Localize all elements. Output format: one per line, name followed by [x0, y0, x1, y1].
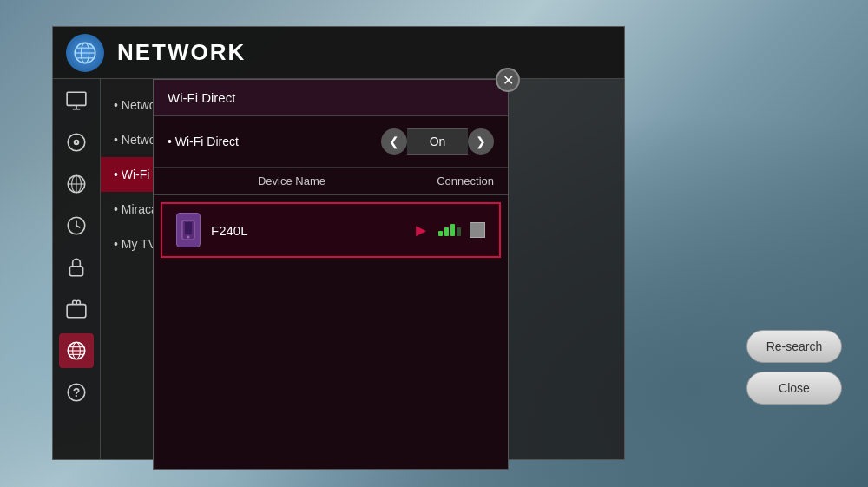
- sidebar-icon-help[interactable]: ?: [59, 375, 94, 410]
- modal-close-button[interactable]: ✕: [496, 68, 520, 92]
- signal-bar-3: [450, 224, 455, 236]
- sidebar-icon-clock[interactable]: [59, 208, 94, 243]
- svg-rect-5: [67, 92, 86, 105]
- sidebar-icon-network[interactable]: [59, 333, 94, 368]
- svg-rect-18: [69, 267, 82, 276]
- sidebar-icon-satellite[interactable]: [59, 167, 94, 201]
- sidebar-icon-monitor[interactable]: [59, 83, 94, 118]
- main-panel: NETWORK: [52, 26, 625, 460]
- action-panel: Re-search Close: [746, 52, 842, 405]
- device-name-label: F240L: [211, 223, 412, 238]
- connection-indicator: [470, 222, 485, 238]
- svg-point-29: [187, 236, 190, 239]
- modal-body: Wi-Fi Direct ❮ On ❯ Device Name Connecti…: [154, 116, 508, 258]
- wifi-direct-toggle[interactable]: ❮ On ❯: [381, 128, 494, 155]
- research-button[interactable]: Re-search: [746, 330, 842, 363]
- signal-bar-2: [444, 227, 449, 236]
- sidebar-icon-lock[interactable]: [59, 250, 94, 285]
- svg-text:?: ?: [73, 385, 81, 399]
- sidebar-icons: ?: [53, 79, 101, 459]
- network-header-icon: [66, 34, 104, 72]
- svg-rect-28: [185, 222, 192, 234]
- svg-line-17: [76, 226, 80, 227]
- wifi-direct-modal: ✕ Wi-Fi Direct Wi-Fi Direct ❮ On ❯ Devic…: [153, 79, 509, 470]
- header: NETWORK: [53, 27, 624, 79]
- wifi-direct-toggle-row: Wi-Fi Direct ❮ On ❯: [154, 116, 508, 168]
- toggle-left-button[interactable]: ❮: [381, 128, 407, 155]
- toggle-value: On: [407, 128, 468, 155]
- device-table-header: Device Name Connection: [154, 168, 508, 195]
- sidebar-icon-music[interactable]: [59, 125, 94, 160]
- page-title: NETWORK: [117, 39, 246, 66]
- sidebar-icon-briefcase[interactable]: [59, 292, 94, 326]
- modal-title: Wi-Fi Direct: [154, 80, 508, 116]
- close-button[interactable]: Close: [746, 372, 842, 405]
- signal-bars: [438, 224, 461, 236]
- col-header-connection: Connection: [416, 174, 494, 188]
- toggle-right-button[interactable]: ❯: [468, 128, 494, 155]
- svg-point-10: [76, 141, 77, 143]
- cursor-arrow-icon: ►: [412, 220, 430, 240]
- wifi-direct-label: Wi-Fi Direct: [168, 135, 381, 148]
- svg-rect-19: [67, 305, 86, 318]
- signal-bar-4: [457, 227, 461, 236]
- col-header-device-name: Device Name: [168, 174, 416, 188]
- device-phone-icon: [176, 213, 201, 247]
- device-row[interactable]: F240L ►: [161, 202, 501, 258]
- signal-bar-1: [438, 231, 443, 236]
